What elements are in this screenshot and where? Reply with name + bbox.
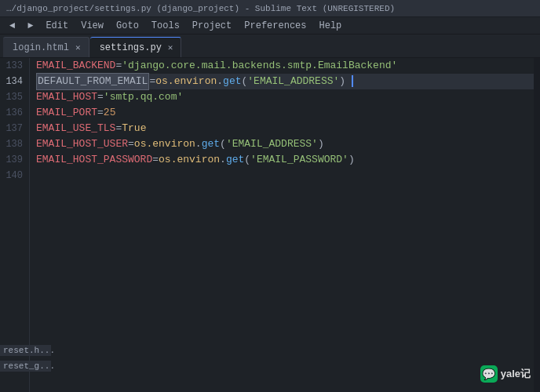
- line-number-133: 133: [0, 58, 29, 74]
- code-line-137: EMAIL_USE_TLS = True: [36, 121, 534, 136]
- watermark: 💬 yale记: [480, 365, 531, 383]
- menu-project[interactable]: Project: [186, 17, 238, 34]
- menu-goto[interactable]: Goto: [110, 17, 145, 34]
- tab-bar: login.html ✕ settings.py ✕: [0, 34, 540, 58]
- watermark-icon: 💬: [480, 365, 498, 383]
- line-number-137: 137: [0, 121, 29, 136]
- menu-bar: ◄ ► Edit View Goto Tools Project Prefere…: [0, 17, 540, 34]
- line-number-135: 135: [0, 89, 29, 105]
- title-bar: …/django_project/settings.py (django_pro…: [0, 0, 540, 17]
- code-line-133: EMAIL_BACKEND = 'django.core.mail.backen…: [36, 58, 534, 74]
- tab-settings[interactable]: settings.py ✕: [90, 37, 182, 57]
- bottom-hint-1: reset.h...: [0, 345, 51, 356]
- code-line-134: DEFAULT_FROM_EMAIL = os.environ.get('EMA…: [36, 74, 534, 89]
- code-line-135: EMAIL_HOST = 'smtp.qq.com': [36, 89, 534, 105]
- code-line-140: [36, 168, 534, 183]
- menu-nav-left[interactable]: ◄: [3, 17, 21, 34]
- bottom-hint-2: reset_g...: [0, 361, 51, 372]
- code-line-136: EMAIL_PORT = 25: [36, 105, 534, 121]
- line-number-136: 136: [0, 105, 29, 121]
- editor-container: 133134135136137138139140 EMAIL_BACKEND =…: [0, 58, 540, 392]
- menu-preferences[interactable]: Preferences: [238, 17, 312, 34]
- tab-login[interactable]: login.html ✕: [3, 37, 89, 57]
- line-number-139: 139: [0, 152, 29, 168]
- menu-view[interactable]: View: [75, 17, 110, 34]
- tab-login-label: login.html: [13, 42, 69, 53]
- line-number-134: 134: [0, 74, 29, 89]
- title-text: …/django_project/settings.py (django_pro…: [6, 4, 395, 13]
- menu-nav-right[interactable]: ►: [21, 17, 39, 34]
- code-line-138: EMAIL_HOST_USER = os.environ.get('EMAIL_…: [36, 136, 534, 152]
- menu-edit[interactable]: Edit: [39, 17, 75, 34]
- watermark-text: yale记: [501, 367, 531, 381]
- code-area[interactable]: EMAIL_BACKEND = 'django.core.mail.backen…: [30, 58, 534, 392]
- line-gutter: 133134135136137138139140: [0, 58, 30, 392]
- line-number-138: 138: [0, 136, 29, 152]
- menu-help[interactable]: Help: [313, 17, 348, 34]
- scrollbar-track[interactable]: [534, 58, 540, 392]
- tab-login-close[interactable]: ✕: [75, 42, 81, 53]
- tab-settings-close[interactable]: ✕: [168, 42, 173, 53]
- line-number-140: 140: [0, 168, 29, 183]
- tab-settings-label: settings.py: [100, 42, 162, 53]
- menu-tools[interactable]: Tools: [145, 17, 186, 34]
- code-line-139: EMAIL_HOST_PASSWORD = os.environ.get('EM…: [36, 152, 534, 168]
